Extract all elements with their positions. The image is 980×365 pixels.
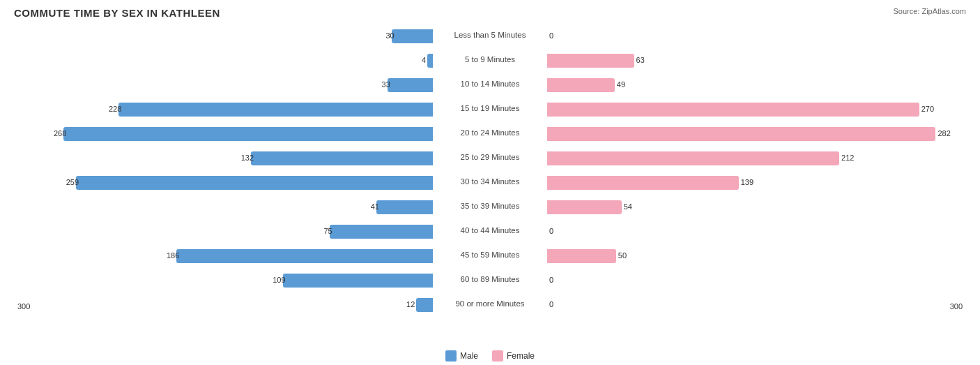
female-bar (547, 103, 919, 117)
female-bar (547, 151, 839, 165)
legend: Male Female (0, 350, 980, 362)
male-bar (283, 274, 433, 288)
chart-row: 300Less than 5 Minutes (14, 24, 966, 48)
row-label: 90 or more Minutes (434, 299, 546, 308)
axis-right-label: 300 (950, 302, 963, 311)
row-label: 25 to 29 Minutes (434, 153, 546, 161)
female-value: 50 (618, 251, 627, 260)
row-label: 35 to 39 Minutes (434, 202, 546, 210)
female-bar (547, 54, 634, 68)
source-text: Source: ZipAtlas.com (893, 7, 966, 15)
chart-title: COMMUTE TIME BY SEX IN KATHLEEN (14, 7, 966, 19)
row-label: 5 to 9 Minutes (434, 55, 546, 64)
male-value: 228 (109, 105, 121, 113)
female-bar (547, 200, 622, 214)
male-value: 132 (241, 154, 254, 162)
female-value: 0 (549, 276, 553, 284)
female-value: 282 (937, 129, 950, 137)
male-bar (76, 176, 433, 190)
chart-row: 13221225 to 29 Minutes (14, 147, 966, 170)
row-label: 20 to 24 Minutes (434, 128, 546, 137)
chart-row: 75040 to 44 Minutes (14, 220, 966, 244)
chart-row: 415435 to 39 Minutes (14, 195, 966, 219)
male-bar (392, 29, 433, 43)
row-label: 45 to 59 Minutes (434, 251, 546, 259)
legend-male: Male (445, 350, 478, 362)
chart-row: 4635 to 9 Minutes (14, 49, 966, 73)
row-label: 40 to 44 Minutes (434, 226, 546, 234)
legend-female-box (492, 350, 503, 362)
row-label: 30 to 34 Minutes (434, 177, 546, 186)
male-bar (63, 127, 433, 141)
legend-female: Female (492, 350, 535, 362)
chart-row: 1865045 to 59 Minutes (14, 244, 966, 268)
axis-left-label: 300 (17, 302, 30, 311)
legend-male-label: Male (460, 351, 478, 361)
female-value: 270 (921, 105, 934, 113)
row-label: 15 to 19 Minutes (434, 104, 546, 112)
chart-row: 109060 to 89 Minutes (14, 269, 966, 292)
chart-row: 26828220 to 24 Minutes (14, 122, 966, 146)
male-value: 186 (167, 251, 179, 260)
female-value: 49 (617, 80, 625, 89)
female-bar (547, 176, 739, 190)
male-bar (176, 249, 433, 263)
male-value: 41 (371, 202, 379, 211)
male-bar (388, 78, 433, 92)
chart-row: 334910 to 14 Minutes (14, 73, 966, 97)
male-value: 4 (422, 56, 426, 64)
male-value: 30 (385, 31, 394, 40)
row-label: 10 to 14 Minutes (434, 80, 546, 88)
female-bar (547, 78, 615, 92)
legend-female-label: Female (507, 351, 535, 361)
female-value: 54 (624, 202, 632, 211)
female-bar (547, 249, 616, 263)
row-label: Less than 5 Minutes (434, 31, 546, 39)
female-bar (547, 127, 935, 141)
male-bar (251, 151, 433, 165)
female-value: 0 (549, 227, 553, 235)
female-value: 212 (841, 154, 854, 162)
male-value: 268 (54, 129, 66, 137)
chart-area: 300Less than 5 Minutes4635 to 9 Minutes3… (14, 24, 966, 325)
female-value: 139 (741, 178, 753, 186)
male-bar (376, 200, 433, 214)
male-bar (118, 103, 433, 117)
male-value: 109 (273, 276, 285, 284)
chart-container: COMMUTE TIME BY SEX IN KATHLEEN Source: … (0, 0, 980, 365)
female-value: 63 (636, 56, 645, 64)
male-bar (427, 54, 433, 68)
male-value: 75 (324, 227, 332, 235)
male-bar (330, 225, 433, 239)
legend-male-box (445, 350, 457, 362)
female-value: 0 (549, 31, 553, 40)
male-value: 33 (382, 80, 390, 89)
row-label: 60 to 89 Minutes (434, 275, 546, 283)
chart-row: 22827015 to 19 Minutes (14, 98, 966, 121)
male-value: 259 (66, 178, 79, 186)
chart-row: 25913930 to 34 Minutes (14, 171, 966, 195)
